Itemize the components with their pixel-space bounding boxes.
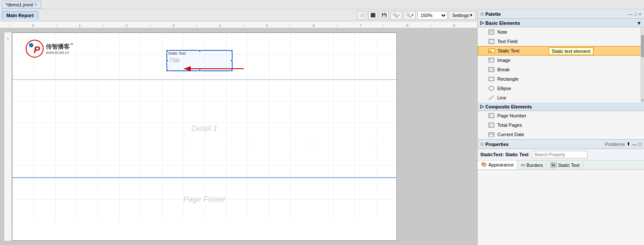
ruler-mark-0: 0 [9, 24, 56, 27]
secondary-toolbar: Main Report ⬜ ⬛ 💾 🔍− 🔍+ 150% 100% 75% 20… [0, 9, 477, 21]
palette-item-pagenumber[interactable]: # Page Number [478, 111, 644, 120]
canvas-area[interactable]: 1 P [0, 28, 477, 245]
statictext-tab-icon: lbl [550, 162, 557, 168]
svg-text:P: P [34, 44, 40, 55]
detail-band-label: Detail 1 [191, 124, 217, 133]
right-panel: ⊞ Palette — □ × ▷ Basic Elements ▼ Note [477, 9, 644, 245]
fit-width-btn[interactable]: ⬛ [368, 11, 378, 20]
svg-text:T: T [490, 40, 492, 43]
palette-title: Palette [485, 12, 626, 17]
pagenumber-label: Page Number [497, 113, 526, 118]
svg-point-17 [489, 86, 494, 90]
main-report-tab[interactable]: Main Report [2, 11, 38, 19]
palette-minimize-btn[interactable]: — [628, 12, 632, 17]
palette-item-line[interactable]: Line [478, 93, 644, 102]
handle-ml[interactable] [166, 59, 168, 62]
ruler-mark-2: 2 [103, 24, 150, 27]
properties-max-btn[interactable]: □ [638, 142, 641, 147]
svg-text:lbl: lbl [489, 50, 492, 52]
zoom-out-btn[interactable]: 🔍− [390, 11, 402, 20]
line-label: Line [497, 95, 506, 100]
ruler-mark-1: 1 [56, 24, 103, 27]
palette-item-ellipse[interactable]: Ellipse [478, 84, 644, 93]
appearance-label: Appearance [488, 162, 514, 167]
palette-item-statictext[interactable]: lbl Static Text Static text element [478, 46, 644, 55]
palette-maximize-btn[interactable]: □ [634, 12, 637, 17]
composite-elements-label: Composite Elements [485, 104, 532, 109]
palette-item-currentdate[interactable]: Current Date [478, 130, 644, 139]
static-text-element[interactable]: Static Text Title [166, 50, 233, 71]
footer-band-label: Page Footer [183, 195, 225, 204]
ruler-mark-3: 3 [150, 24, 196, 27]
ruler-mark-9: 9 [431, 24, 477, 27]
detail-band: Detail 1 [12, 80, 396, 178]
palette-header: ⊞ Palette — □ × [478, 9, 644, 19]
handle-mr[interactable] [230, 59, 233, 62]
settings-btn[interactable]: Settings ▾ [449, 11, 476, 20]
vertical-ruler: 1 [4, 32, 12, 241]
zoom-in-btn[interactable]: 🔍+ [404, 11, 416, 20]
properties-panel: ⊟ Properties Problems ⬆ — □ StaticText: … [478, 139, 644, 245]
handle-tr[interactable] [230, 50, 233, 52]
handle-br[interactable] [230, 69, 233, 72]
composite-elements-header[interactable]: ▷ Composite Elements [478, 102, 644, 111]
line-icon [488, 95, 495, 100]
ruler-mark-8: 8 [384, 24, 430, 27]
ruler-mark-4: 4 [197, 24, 243, 27]
textfield-icon: T [488, 39, 495, 44]
prop-tab-statictext[interactable]: lbl Static Text [547, 160, 584, 169]
pagenumber-icon: # [488, 113, 495, 118]
handle-tc[interactable] [198, 50, 201, 52]
textfield-label: Text Field [497, 39, 517, 44]
svg-rect-5 [489, 30, 494, 34]
properties-collapse-btn[interactable]: — [632, 142, 637, 147]
totalpages-label: Total Pages [497, 122, 522, 128]
basic-elements-collapse-icon: ▷ [480, 20, 484, 26]
image-label: Image [497, 58, 511, 63]
palette-item-rectangle[interactable]: Rectangle [478, 74, 644, 84]
report-header-band: P 传智播客™ www.itcast.cn [12, 33, 396, 80]
statictext-icon: lbl [488, 48, 495, 53]
report-page: P 传智播客™ www.itcast.cn [12, 32, 397, 241]
prop-tab-appearance[interactable]: 🎨 Appearance [478, 160, 517, 169]
logo-svg: P [25, 39, 44, 58]
appearance-icon: 🎨 [481, 162, 487, 167]
borders-icon: ▭ [521, 162, 525, 168]
basic-list-scrollbar[interactable]: ▼ [641, 27, 644, 102]
file-tab-close[interactable]: × [35, 2, 37, 7]
handle-bl[interactable] [166, 69, 168, 72]
save-btn[interactable]: 💾 [379, 11, 389, 20]
logo-url: www.itcast.cn [46, 50, 74, 55]
properties-title: Properties [485, 142, 600, 147]
fit-page-btn[interactable]: ⬜ [357, 11, 366, 20]
prop-tab-borders[interactable]: ▭ Borders [517, 160, 547, 169]
svg-rect-16 [489, 77, 494, 81]
palette-close-btn[interactable]: × [639, 12, 641, 17]
handle-tl[interactable] [166, 50, 168, 52]
basic-elements-header[interactable]: ▷ Basic Elements ▼ [478, 19, 644, 27]
borders-label: Borders [526, 163, 543, 168]
search-property-input[interactable] [532, 151, 588, 158]
totalpages-icon: Σ [488, 122, 495, 128]
editor-panel: Main Report ⬜ ⬛ 💾 🔍− 🔍+ 150% 100% 75% 20… [0, 9, 477, 245]
composite-collapse-icon: ▷ [480, 104, 484, 109]
properties-subtitle: StaticText: Static Text [478, 149, 644, 160]
rectangle-label: Rectangle [497, 76, 519, 82]
logo-name: 传智播客™ [46, 43, 74, 51]
file-tab[interactable]: *demo1.jrxml × [2, 1, 41, 9]
palette-item-textfield[interactable]: T Text Field [478, 37, 644, 46]
basic-elements-arrow: ▼ [637, 20, 641, 26]
handle-bc[interactable] [198, 69, 201, 72]
palette-section-icon: ⊞ [480, 12, 484, 16]
statictext-label: Static Text [498, 48, 520, 53]
properties-export-btn[interactable]: ⬆ [626, 141, 630, 147]
palette-item-image[interactable]: Image [478, 55, 644, 65]
palette-item-totalpages[interactable]: Σ Total Pages [478, 120, 644, 130]
palette-item-note[interactable]: Note [478, 27, 644, 37]
ellipse-label: Ellipse [497, 86, 511, 91]
palette-item-break[interactable]: Break [478, 65, 644, 74]
zoom-select[interactable]: 150% 100% 75% 200% [417, 11, 447, 20]
ellipse-icon [488, 86, 495, 91]
note-icon [488, 29, 495, 35]
break-label: Break [497, 67, 510, 72]
